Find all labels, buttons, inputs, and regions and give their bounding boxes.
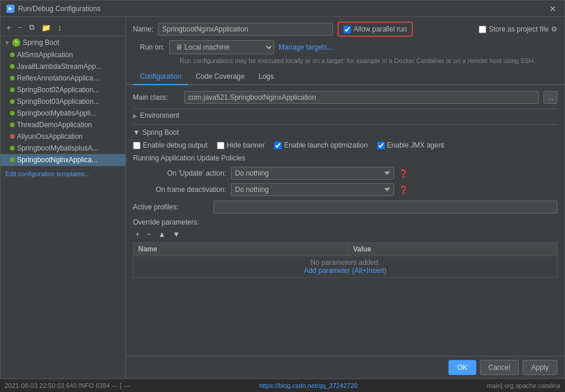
status-bar: 2021-08-03 22:50:03.640 INFO 6384 --- [ … [0, 379, 565, 392]
gear-icon[interactable]: ⚙ [551, 25, 557, 33]
allow-parallel-run-box: Allow parallel run [338, 22, 412, 37]
store-project-section: Store as project file ⚙ [479, 25, 557, 33]
bottom-bar: OK Cancel Apply [126, 356, 564, 379]
sidebar-item-threaddemo[interactable]: ThreadDemoApplication [1, 119, 125, 131]
tab-configuration[interactable]: Configuration [133, 69, 188, 85]
sidebar-item-springbootmybatis[interactable]: SpringbootMybatisAppli... [1, 107, 125, 119]
main-content: + − ⧉ 📁 ↕ ▼ 🍃 Spring Boot AliSmsApplicat… [1, 17, 564, 379]
remove-param-button[interactable]: − [145, 229, 154, 240]
sidebar-item-springbootmybatisplus[interactable]: SpringbootMybatisplusA... [1, 142, 125, 154]
ok-button[interactable]: OK [448, 360, 476, 375]
environment-section[interactable]: ▶ Environment [133, 108, 557, 122]
update-action-help-icon[interactable]: ❓ [399, 169, 408, 178]
active-profiles-input[interactable] [213, 201, 557, 214]
sidebar-item-label: SpringbootMybatisAppli... [17, 109, 96, 117]
expand-arrow-icon: ▼ [4, 40, 10, 46]
add-config-button[interactable]: + [4, 22, 13, 33]
params-toolbar: + − ▲ ▼ [133, 229, 557, 240]
sidebar-item-java8lambda[interactable]: Java8LambdaStreamApp... [1, 61, 125, 72]
active-profiles-row: Active profiles: [133, 201, 557, 214]
title-bar: ▶ Run/Debug Configurations ✕ [1, 1, 564, 17]
tab-code-coverage[interactable]: Code Coverage [188, 69, 251, 85]
spring-boot-section-header[interactable]: ▼ Spring Boot [133, 128, 557, 136]
manage-targets-link[interactable]: Manage targets... [279, 43, 333, 51]
enable-launch-optimization-item[interactable]: Enable launch optimization [274, 141, 367, 149]
main-class-label: Main class: [133, 93, 180, 102]
sidebar-item-reflexannotation[interactable]: ReflexAnnotationApplica... [1, 72, 125, 84]
enable-jmx-agent-checkbox[interactable] [377, 142, 385, 149]
sidebar-item-label: ReflexAnnotationApplica... [17, 74, 99, 82]
params-col-value-header: Value [348, 243, 557, 256]
folder-button[interactable]: 📁 [39, 22, 53, 33]
copy-config-button[interactable]: ⧉ [27, 22, 37, 33]
spring-boot-group-label: Spring Boot [23, 38, 59, 47]
close-button[interactable]: ✕ [547, 3, 559, 15]
allow-parallel-run-checkbox[interactable] [343, 26, 351, 33]
override-parameters-section: Override parameters: + − ▲ ▼ Name Value [133, 218, 557, 278]
running-app-title: Running Application Update Policies [133, 154, 557, 162]
sort-button[interactable]: ↕ [55, 22, 64, 33]
update-action-select[interactable]: Do nothing Update classes and resources … [231, 167, 394, 180]
enable-debug-output-item[interactable]: Enable debug output [133, 141, 208, 149]
status-dot [10, 123, 15, 127]
spring-boot-group[interactable]: ▼ 🍃 Spring Boot [1, 36, 125, 49]
status-dot-red [10, 134, 15, 139]
enable-debug-output-label: Enable debug output [143, 141, 208, 149]
no-params-text: No parameters added. [138, 258, 552, 267]
sidebar-item-springboot02[interactable]: SpringBoot02Application... [1, 84, 125, 96]
run-on-select[interactable]: 🖥 Local machine [169, 40, 274, 54]
move-up-button[interactable]: ▲ [156, 229, 168, 240]
allow-parallel-run-label: Allow parallel run [353, 25, 406, 33]
url-bar: https://blog.csdn.net/qq_37242720 [259, 382, 357, 389]
enable-debug-output-checkbox[interactable] [133, 142, 141, 149]
browse-button[interactable]: ... [543, 91, 557, 104]
store-project-checkbox[interactable] [479, 26, 486, 33]
hide-banner-checkbox[interactable] [217, 142, 224, 149]
config-header: Name: Allow parallel run Store as projec… [126, 17, 564, 69]
sidebar: + − ⧉ 📁 ↕ ▼ 🍃 Spring Boot AliSmsApplicat… [1, 17, 126, 379]
hide-banner-item[interactable]: Hide banner [217, 141, 265, 149]
hide-banner-label: Hide banner [227, 141, 265, 149]
sidebar-item-label: ThreadDemoApplication [17, 121, 92, 129]
spring-boot-expand-icon: ▼ [133, 128, 140, 136]
name-label: Name: [133, 25, 153, 33]
main-class-input[interactable] [184, 91, 539, 104]
remove-config-button[interactable]: − [16, 22, 25, 33]
move-down-button[interactable]: ▼ [170, 229, 183, 240]
override-params-label: Override parameters: [133, 218, 557, 226]
title-bar-left: ▶ Run/Debug Configurations [6, 5, 100, 13]
enable-jmx-agent-item[interactable]: Enable JMX agent [377, 141, 444, 149]
sidebar-item-label: SpringBoot02Application... [17, 86, 99, 94]
add-param-link[interactable]: Add parameter (Alt+Insert) [304, 267, 387, 275]
frame-deactivation-select[interactable]: Do nothing Update classes and resources … [231, 183, 394, 196]
enable-launch-optimization-label: Enable launch optimization [284, 141, 367, 149]
frame-deactivation-label: On frame deactivation: [133, 186, 226, 194]
status-dot [10, 146, 15, 150]
store-project-label: Store as project file [489, 25, 549, 33]
run-on-label: Run on: [140, 43, 164, 51]
params-table: Name Value No parameters added. Add para… [133, 242, 557, 278]
sidebar-item-label: SpringBoot03Application... [17, 97, 99, 106]
status-dot [10, 64, 15, 69]
add-param-button[interactable]: + [133, 229, 142, 240]
dialog-title: Run/Debug Configurations [18, 5, 100, 13]
cancel-button[interactable]: Cancel [480, 360, 519, 375]
sidebar-item-alismsapplication[interactable]: AliSmsApplication [1, 49, 125, 61]
sidebar-item-label: SpringbootMybatisplusA... [17, 144, 98, 152]
sidebar-item-label: AliSmsApplication [17, 51, 73, 59]
enable-launch-optimization-checkbox[interactable] [274, 142, 282, 149]
sidebar-item-label: AliyunOssApplication [17, 132, 83, 141]
tab-logs[interactable]: Logs [251, 69, 280, 85]
frame-deactivation-help-icon[interactable]: ❓ [399, 186, 408, 194]
edit-templates-link[interactable]: Edit configuration templates... [5, 170, 90, 177]
name-input[interactable] [158, 23, 333, 36]
sidebar-item-label: Java8LambdaStreamApp... [17, 62, 101, 71]
spring-boot-icon: 🍃 [12, 38, 20, 47]
spring-boot-section-label: Spring Boot [142, 128, 179, 136]
sidebar-item-springboot03[interactable]: SpringBoot03Application... [1, 96, 125, 107]
frame-deactivation-row: On frame deactivation: Do nothing Update… [133, 183, 557, 196]
sidebar-item-springbootnginx[interactable]: SpringbootNginxApplica... [1, 154, 125, 166]
status-dot [10, 99, 15, 104]
sidebar-item-aliyunoss[interactable]: AliyunOssApplication [1, 131, 125, 142]
apply-button[interactable]: Apply [522, 360, 557, 375]
